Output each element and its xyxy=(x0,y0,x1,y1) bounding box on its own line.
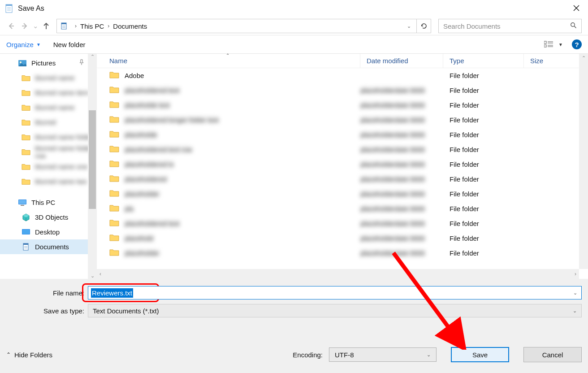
filename-label: File name: xyxy=(6,289,88,297)
file-row[interactable]: Adobe File folder xyxy=(109,68,588,83)
svg-rect-1 xyxy=(6,4,12,6)
chevron-down-icon: ▼ xyxy=(36,42,41,47)
breadcrumb-loc2[interactable]: Documents xyxy=(113,22,147,30)
file-row[interactable]: placeholderplaceholderdate 0000File fold… xyxy=(109,186,588,201)
chevron-down-icon: ▼ xyxy=(558,42,563,47)
file-row[interactable]: placeholdered text rowplaceholderdate 00… xyxy=(109,142,588,157)
file-row[interactable]: placeholdered textplaceholderdate 0000Fi… xyxy=(109,216,588,231)
file-row[interactable]: placeholderplaceholderdate 0000File fold… xyxy=(109,246,588,260)
nav-recent-dropdown[interactable]: ⌄ xyxy=(31,19,39,33)
saveastype-label: Save as type: xyxy=(6,307,88,315)
folder-icon xyxy=(109,86,120,95)
sort-asc-icon: ⌃ xyxy=(226,53,229,58)
folder-icon xyxy=(22,163,30,171)
sidebar-item-3d-objects[interactable]: 3D Objects xyxy=(0,210,97,225)
scrollbar-thumb[interactable] xyxy=(89,110,96,209)
pin-icon xyxy=(79,59,84,67)
file-row[interactable]: placeholde textplaceholderdate 0000File … xyxy=(109,98,588,113)
breadcrumb-doc-icon xyxy=(60,22,69,30)
sidebar-item[interactable]: blurred xyxy=(0,115,97,130)
sidebar-scrollbar[interactable]: ⌃⌄ xyxy=(88,54,97,279)
horizontal-scrollbar[interactable]: ‹› xyxy=(97,269,579,279)
sidebar-item[interactable]: blurred name folder row xyxy=(0,144,97,159)
breadcrumb-sep-icon: › xyxy=(71,23,80,29)
refresh-button[interactable] xyxy=(417,19,431,33)
folder-icon xyxy=(109,219,120,229)
filename-value-selected[interactable]: Reviewers.txt xyxy=(91,288,133,298)
column-type[interactable]: Type xyxy=(443,54,524,68)
view-options-button[interactable]: ▼ xyxy=(544,41,563,48)
organize-button[interactable]: Organize ▼ xyxy=(6,41,41,48)
sidebar-item-documents[interactable]: Documents xyxy=(0,239,97,254)
pictures-folder-icon xyxy=(18,59,27,67)
breadcrumb-dropdown-icon[interactable]: ⌄ xyxy=(404,23,414,29)
cancel-button[interactable]: Cancel xyxy=(523,347,582,362)
sidebar-item[interactable]: blurred name xyxy=(0,70,97,85)
folder-icon xyxy=(109,160,120,169)
file-row[interactable]: plaplaceholderdate 0000File folder xyxy=(109,201,588,216)
help-button[interactable]: ? xyxy=(572,39,582,49)
vertical-scrollbar[interactable]: ⌃ xyxy=(579,54,588,269)
breadcrumb-bar[interactable]: › This PC › Documents ⌄ xyxy=(56,19,417,33)
sidebar-item-pictures[interactable]: Pictures xyxy=(0,56,97,70)
close-button[interactable] xyxy=(567,1,585,15)
toolbar: Organize ▼ New folder ▼ ? xyxy=(0,35,588,54)
folder-icon xyxy=(109,174,120,184)
folder-icon xyxy=(109,115,120,125)
sidebar-item[interactable]: blurred name one xyxy=(0,159,97,174)
dialog-title: Save As xyxy=(18,4,44,13)
sidebar: Pictures blurred name blurred name item … xyxy=(0,54,97,279)
column-size[interactable]: Size xyxy=(524,54,588,68)
filename-combobox[interactable]: Reviewers.txt ⌄ xyxy=(88,286,582,299)
file-list: Name⌃ Date modified Type Size Adobe File… xyxy=(97,54,588,279)
svg-rect-32 xyxy=(23,243,28,245)
file-row[interactable]: placeholdered txplaceholderdate 0000File… xyxy=(109,157,588,172)
nav-forward-button[interactable] xyxy=(18,19,31,33)
folder-icon xyxy=(22,74,30,82)
hide-folders-button[interactable]: ⌃ Hide Folders xyxy=(6,351,52,359)
nav-back-button[interactable] xyxy=(4,19,18,33)
file-row[interactable]: placeholderedplaceholderdate 0000File fo… xyxy=(109,172,588,186)
new-folder-button[interactable]: New folder xyxy=(53,41,86,48)
file-row[interactable]: placeholdered textplaceholderdate 0000Fi… xyxy=(109,83,588,98)
search-icon xyxy=(570,22,577,30)
svg-line-15 xyxy=(574,26,576,28)
file-row[interactable]: placeholdplaceholderdate 0000File folder xyxy=(109,231,588,246)
save-as-dialog: Save As ⌄ › This PC › Documents ⌄ xyxy=(0,0,588,373)
sidebar-item[interactable]: blurred name two xyxy=(0,174,97,189)
folder-icon xyxy=(109,204,120,214)
column-name[interactable]: Name⌃ xyxy=(109,54,360,68)
chevron-up-icon: ⌃ xyxy=(6,351,11,358)
view-icon xyxy=(544,41,554,48)
column-headers: Name⌃ Date modified Type Size xyxy=(97,54,588,68)
sidebar-item[interactable]: blurred name item xyxy=(0,85,97,100)
sidebar-item-this-pc[interactable]: This PC xyxy=(0,195,97,210)
chevron-down-icon[interactable]: ⌄ xyxy=(569,290,581,296)
folder-icon xyxy=(109,145,120,155)
folder-icon xyxy=(22,118,30,126)
svg-rect-27 xyxy=(21,205,24,206)
svg-rect-30 xyxy=(22,230,30,234)
title-bar: Save As xyxy=(0,0,588,17)
sidebar-item[interactable]: blurred name folder xyxy=(0,130,97,144)
svg-rect-17 xyxy=(544,45,546,47)
nav-up-button[interactable] xyxy=(39,19,53,33)
saveastype-dropdown[interactable]: Text Documents (*.txt) ⌄ xyxy=(88,304,582,317)
search-input[interactable]: Search Documents xyxy=(438,19,582,33)
chevron-down-icon: ⌄ xyxy=(573,308,577,314)
encoding-dropdown[interactable]: UTF-8 ⌄ xyxy=(329,347,437,362)
save-button[interactable]: Save xyxy=(451,347,509,362)
document-icon xyxy=(22,243,30,251)
breadcrumb-sep-icon: › xyxy=(104,23,113,29)
body: Pictures blurred name blurred name item … xyxy=(0,54,588,279)
svg-point-23 xyxy=(20,61,22,63)
sidebar-item[interactable]: blurred name xyxy=(0,100,97,115)
file-row[interactable]: placeholdeplaceholderdate 0000File folde… xyxy=(109,127,588,142)
folder-icon xyxy=(109,189,120,199)
svg-rect-26 xyxy=(19,200,26,204)
breadcrumb-loc1[interactable]: This PC xyxy=(80,22,104,30)
file-row[interactable]: placeholdered longer folder textplacehol… xyxy=(109,113,588,127)
column-date[interactable]: Date modified xyxy=(360,54,443,68)
folder-icon xyxy=(109,100,120,110)
sidebar-item-desktop[interactable]: Desktop xyxy=(0,225,97,239)
